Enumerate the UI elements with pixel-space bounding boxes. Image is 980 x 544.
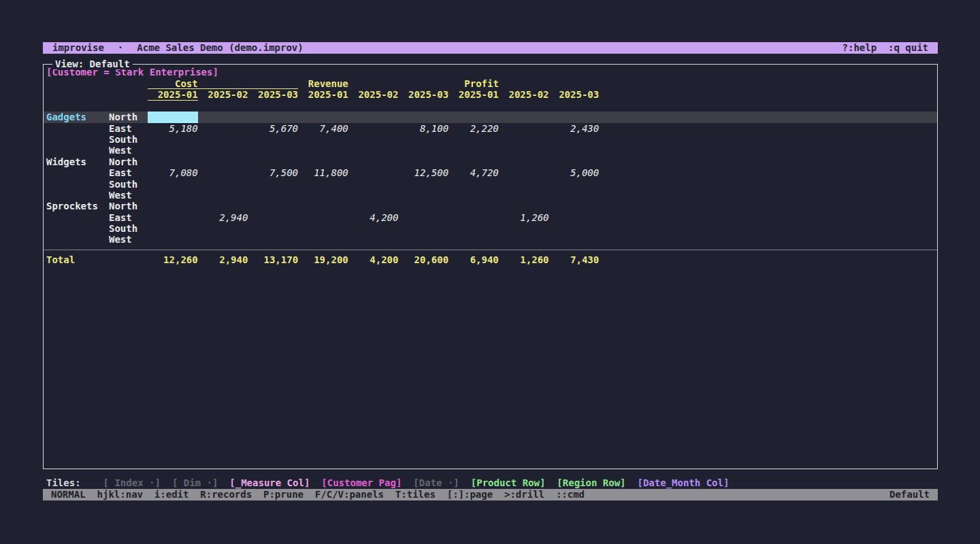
value-cell[interactable] xyxy=(298,112,348,122)
value-cell[interactable]: 2,430 xyxy=(549,123,600,134)
pivot-row[interactable]: West xyxy=(44,145,937,156)
tile-region-row[interactable]: [Region Row] xyxy=(557,477,625,488)
value-cell[interactable] xyxy=(198,156,248,167)
pivot-row[interactable]: South xyxy=(44,134,937,145)
value-cell[interactable] xyxy=(298,223,348,234)
total-row[interactable]: Total 12,2602,94013,17019,2004,20020,600… xyxy=(44,254,937,265)
value-cell[interactable] xyxy=(298,234,348,245)
value-cell[interactable] xyxy=(499,223,549,234)
month-header-cost-2025-01[interactable]: 2025-01 xyxy=(148,89,198,100)
tile-product-row[interactable]: [Product Row] xyxy=(471,477,546,488)
value-cell[interactable] xyxy=(298,134,348,145)
value-cell[interactable] xyxy=(348,190,399,201)
value-cell[interactable] xyxy=(499,156,549,167)
value-cell[interactable] xyxy=(549,190,600,201)
value-cell[interactable] xyxy=(198,134,248,145)
value-cell[interactable] xyxy=(248,234,298,245)
value-cell[interactable] xyxy=(248,179,298,190)
pivot-row[interactable]: South xyxy=(44,223,937,234)
month-header-profit-2025-03[interactable]: 2025-03 xyxy=(549,89,600,100)
value-cell[interactable] xyxy=(499,179,549,190)
value-cell[interactable] xyxy=(549,223,600,234)
value-cell[interactable] xyxy=(499,190,549,201)
value-cell[interactable] xyxy=(198,123,248,134)
value-cell[interactable] xyxy=(298,190,348,201)
value-cell[interactable] xyxy=(398,112,448,122)
value-cell[interactable] xyxy=(148,156,198,167)
pivot-row[interactable]: West xyxy=(44,190,937,201)
value-cell[interactable] xyxy=(348,179,399,190)
value-cell[interactable] xyxy=(298,145,348,156)
month-header-revenue-2025-01[interactable]: 2025-01 xyxy=(298,89,348,100)
value-cell[interactable]: 7,400 xyxy=(298,123,348,134)
value-cell[interactable] xyxy=(148,179,198,190)
value-cell[interactable]: 7,500 xyxy=(248,167,298,178)
value-cell[interactable] xyxy=(398,201,448,211)
value-cell[interactable] xyxy=(248,112,298,122)
value-cell[interactable]: 2,940 xyxy=(198,212,248,223)
value-cell[interactable] xyxy=(398,234,448,245)
value-cell[interactable] xyxy=(148,190,198,201)
value-cell[interactable] xyxy=(549,134,600,145)
value-cell[interactable] xyxy=(198,201,248,211)
value-cell[interactable] xyxy=(298,201,348,211)
value-cell[interactable] xyxy=(398,145,448,156)
value-cell[interactable] xyxy=(348,134,399,145)
measure-group-revenue[interactable]: Revenue xyxy=(298,78,448,89)
value-cell[interactable] xyxy=(448,179,499,190)
value-cell[interactable] xyxy=(499,134,549,145)
pivot-row[interactable]: East7,0807,50011,80012,5004,7205,000 xyxy=(44,167,937,178)
value-cell[interactable] xyxy=(348,112,399,122)
pivot-row[interactable]: WidgetsNorth xyxy=(44,156,937,167)
value-cell[interactable] xyxy=(148,234,198,245)
page-filter-chip[interactable]: [Customer = Stark Enterprises] xyxy=(44,67,937,78)
month-header-revenue-2025-03[interactable]: 2025-03 xyxy=(398,89,448,100)
value-cell[interactable] xyxy=(148,134,198,145)
pivot-row[interactable]: SprocketsNorth xyxy=(44,201,937,211)
value-cell[interactable] xyxy=(248,190,298,201)
value-cell[interactable] xyxy=(448,190,499,201)
value-cell[interactable] xyxy=(448,212,499,223)
month-header-cost-2025-02[interactable]: 2025-02 xyxy=(198,89,248,100)
value-cell[interactable] xyxy=(198,112,248,122)
value-cell[interactable] xyxy=(248,134,298,145)
value-cell[interactable] xyxy=(148,223,198,234)
value-cell[interactable] xyxy=(398,212,448,223)
value-cell[interactable]: 1,260 xyxy=(499,212,549,223)
value-cell[interactable] xyxy=(348,145,399,156)
value-cell[interactable] xyxy=(348,234,399,245)
value-cell[interactable] xyxy=(398,179,448,190)
value-cell[interactable] xyxy=(549,112,600,122)
value-cell[interactable] xyxy=(348,123,399,134)
value-cell[interactable] xyxy=(499,112,549,122)
month-header-profit-2025-02[interactable]: 2025-02 xyxy=(499,89,549,100)
value-cell[interactable] xyxy=(448,223,499,234)
value-cell[interactable]: 11,800 xyxy=(298,167,348,178)
pivot-row-cursor[interactable]: GadgetsNorth xyxy=(44,112,937,122)
value-cell[interactable] xyxy=(398,223,448,234)
measure-group-profit[interactable]: Profit xyxy=(448,78,599,89)
tile-date[interactable]: [Date ·] xyxy=(413,477,459,488)
value-cell[interactable] xyxy=(198,223,248,234)
value-cell[interactable] xyxy=(298,212,348,223)
value-cell[interactable]: 7,080 xyxy=(148,167,198,178)
month-header-profit-2025-01[interactable]: 2025-01 xyxy=(448,89,499,100)
value-cell[interactable] xyxy=(549,201,600,211)
value-cell[interactable] xyxy=(148,145,198,156)
value-cell[interactable] xyxy=(398,190,448,201)
value-cell[interactable] xyxy=(198,145,248,156)
value-cell[interactable] xyxy=(248,212,298,223)
value-cell[interactable] xyxy=(398,156,448,167)
value-cell[interactable] xyxy=(398,134,448,145)
value-cell[interactable]: 5,670 xyxy=(248,123,298,134)
value-cell[interactable] xyxy=(549,156,600,167)
month-header-revenue-2025-02[interactable]: 2025-02 xyxy=(348,89,399,100)
selected-cell[interactable] xyxy=(148,112,198,122)
value-cell[interactable]: 4,200 xyxy=(348,212,399,223)
value-cell[interactable] xyxy=(499,234,549,245)
pivot-row[interactable]: East5,1805,6707,4008,1002,2202,430 xyxy=(44,123,937,134)
value-cell[interactable] xyxy=(198,234,248,245)
value-cell[interactable] xyxy=(298,179,348,190)
value-cell[interactable] xyxy=(448,145,499,156)
tile-date-month-col[interactable]: [Date_Month Col] xyxy=(638,477,730,488)
